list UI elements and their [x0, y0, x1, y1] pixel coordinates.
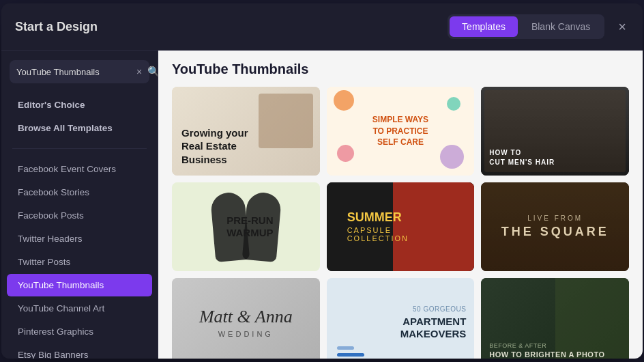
card-square-text: LIVE FROM THE SQUARE	[501, 214, 609, 239]
card-wedding-text: Matt & Anna WEDDING	[199, 307, 293, 338]
clear-search-icon[interactable]: ×	[136, 67, 142, 76]
modal-header: Start a Design Templates Blank Canvas ×	[1, 3, 643, 51]
tab-blank-canvas[interactable]: Blank Canvas	[519, 16, 602, 37]
sidebar-item-youtube-channel-art[interactable]: YouTube Channel Art	[7, 297, 152, 320]
sidebar: × 🔍 Editor's Choice Browse All Templates…	[1, 51, 158, 359]
template-card-square[interactable]: LIVE FROM THE SQUARE	[481, 182, 629, 271]
search-icon[interactable]: 🔍	[147, 66, 158, 78]
card-apartment-text: 50 GORGEOUS APARTMENTMAKEOVERS	[400, 305, 467, 340]
sidebar-item-facebook-stories[interactable]: Facebook Stories	[7, 181, 152, 204]
tab-templates[interactable]: Templates	[450, 16, 518, 37]
close-button[interactable]: ×	[615, 17, 629, 36]
card-prerun-text: PRE-RUNWARMUP	[218, 214, 273, 239]
template-card-real-estate[interactable]: Growing yourReal EstateBusiness	[172, 87, 320, 176]
template-card-photo[interactable]: BEFORE & AFTER HOW TO BRIGHTEN A PHOTO	[481, 278, 629, 359]
sidebar-divider	[12, 148, 147, 149]
modal: Start a Design Templates Blank Canvas × …	[1, 3, 643, 359]
card-self-care-text: SIMPLE WAYSTO PRACTICESELF CARE	[372, 114, 428, 148]
search-bar: × 🔍	[10, 60, 149, 83]
tab-group: Templates Blank Canvas	[448, 14, 604, 39]
sidebar-item-facebook-event-covers[interactable]: Facebook Event Covers	[7, 158, 152, 180]
sidebar-item-twitter-headers[interactable]: Twitter Headers	[7, 227, 152, 250]
modal-body: × 🔍 Editor's Choice Browse All Templates…	[1, 51, 643, 359]
template-card-self-care[interactable]: SIMPLE WAYSTO PRACTICESELF CARE	[327, 87, 475, 176]
templates-grid: Growing yourReal EstateBusiness SIMPLE W…	[172, 87, 629, 359]
main-content: YouTube Thumbnails Growing yourReal Esta…	[158, 51, 643, 359]
sidebar-item-pinterest-graphics[interactable]: Pinterest Graphics	[7, 320, 152, 343]
card-real-estate-text: Growing yourReal EstateBusiness	[181, 126, 248, 167]
sidebar-item-etsy-big-banners[interactable]: Etsy Big Banners	[7, 344, 152, 359]
search-input[interactable]	[16, 67, 131, 77]
template-card-apartment[interactable]: 50 GORGEOUS APARTMENTMAKEOVERS	[327, 278, 475, 359]
template-card-hair[interactable]: HOW TOCUT MEN'S HAIR	[481, 87, 629, 176]
template-card-summer[interactable]: SUMMER CAPSULE COLLECTION	[327, 182, 475, 271]
sidebar-item-facebook-posts[interactable]: Facebook Posts	[7, 204, 152, 227]
card-photo-text: BEFORE & AFTER HOW TO BRIGHTEN A PHOTO	[489, 342, 604, 359]
template-card-wedding[interactable]: Matt & Anna WEDDING	[172, 278, 320, 359]
template-card-prerun[interactable]: PRE-RUNWARMUP	[172, 182, 320, 271]
card-summer-text: SUMMER CAPSULE COLLECTION	[338, 211, 409, 242]
sidebar-items-section: Facebook Event Covers Facebook Stories F…	[1, 154, 158, 359]
sidebar-item-twitter-posts[interactable]: Twitter Posts	[7, 251, 152, 273]
card-hair-text: HOW TOCUT MEN'S HAIR	[489, 148, 555, 167]
sidebar-item-youtube-thumbnails[interactable]: YouTube Thumbnails	[7, 274, 152, 296]
sidebar-item-browse-all[interactable]: Browse All Templates	[7, 117, 152, 139]
section-title: YouTube Thumbnails	[172, 61, 629, 77]
sidebar-item-editors-choice[interactable]: Editor's Choice	[7, 94, 152, 116]
sidebar-top-section: Editor's Choice Browse All Templates	[1, 90, 158, 143]
modal-title: Start a Design	[15, 20, 98, 34]
